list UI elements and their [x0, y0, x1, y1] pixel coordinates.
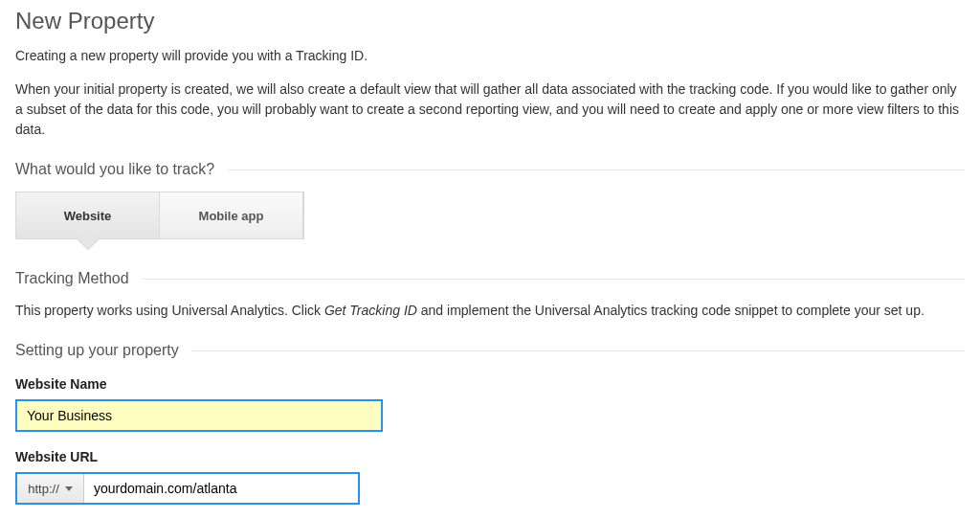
intro-text-2: When your initial property is created, w… [15, 79, 965, 140]
method-desc-pre: This property works using Universal Anal… [15, 303, 324, 318]
website-url-field-wrap: http:// [15, 472, 360, 505]
track-tabs: Website Mobile app [15, 192, 304, 239]
intro-text-1: Creating a new property will provide you… [15, 46, 965, 66]
website-url-input[interactable] [84, 474, 358, 503]
protocol-select[interactable]: http:// [17, 474, 84, 503]
section-setup-header: Setting up your property [15, 342, 965, 359]
section-method-header: Tracking Method [15, 270, 965, 287]
tab-mobile-app[interactable]: Mobile app [160, 192, 303, 238]
track-question: What would you like to track? [15, 161, 228, 178]
method-heading: Tracking Method [15, 270, 143, 287]
chevron-down-icon [65, 486, 73, 491]
website-name-label: Website Name [15, 376, 965, 392]
setup-heading: Setting up your property [15, 342, 192, 359]
method-desc-em: Get Tracking ID [324, 303, 417, 318]
method-description: This property works using Universal Anal… [15, 301, 965, 321]
section-track-header: What would you like to track? [15, 161, 965, 178]
website-url-label: Website URL [15, 449, 965, 464]
page-title: New Property [15, 8, 965, 34]
divider [228, 169, 965, 170]
website-name-field-wrap [15, 399, 383, 432]
divider [192, 350, 965, 351]
method-desc-post: and implement the Universal Analytics tr… [417, 303, 924, 318]
divider [143, 279, 965, 280]
website-name-input[interactable] [17, 401, 381, 430]
protocol-value: http:// [28, 482, 59, 496]
